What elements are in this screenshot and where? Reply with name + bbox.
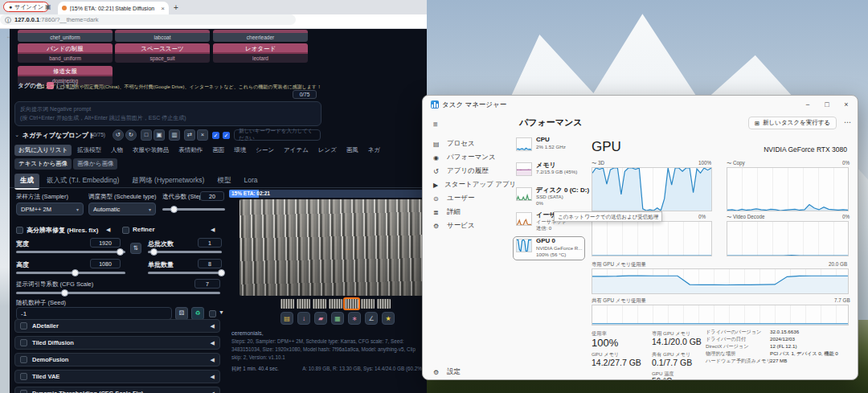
mode-tab[interactable]: テキストから画像 xyxy=(14,158,72,170)
accordion-checkbox[interactable] xyxy=(20,390,27,393)
address-bar[interactable]: i 127.0.0.1:7860/?__theme=dark xyxy=(0,14,296,25)
category-tab[interactable]: ネガ xyxy=(364,145,384,156)
accordion-section[interactable]: Tiled VAE ◀ xyxy=(14,370,220,383)
gallery-thumbnail[interactable] xyxy=(361,299,375,309)
close-icon[interactable]: × xyxy=(837,96,856,113)
accordion-checkbox[interactable] xyxy=(20,356,27,363)
auto-translate-checkbox[interactable]: ✓ xyxy=(212,132,219,139)
steps-slider[interactable] xyxy=(162,206,225,213)
category-tab[interactable]: 画面 xyxy=(208,145,228,156)
category-tab[interactable]: 拡張模型 xyxy=(73,145,105,156)
maximize-icon[interactable]: □ xyxy=(817,96,837,113)
accordion-checkbox[interactable] xyxy=(20,339,27,346)
refiner-expand-icon[interactable]: ◀ xyxy=(211,227,215,233)
negative-prompt-textarea[interactable]: 反向提示词 Negative prompt (按 Ctrl+Enter 开始生成… xyxy=(14,101,321,126)
gallery-thumbnail[interactable] xyxy=(329,299,342,309)
new-tab-button[interactable]: + xyxy=(174,3,178,12)
gallery-thumbnail[interactable] xyxy=(377,299,391,309)
tag-button[interactable]: cheerleader xyxy=(213,30,308,42)
copy-icon[interactable]: □ xyxy=(141,129,152,141)
category-tab[interactable]: シーン xyxy=(252,145,278,156)
refresh-icon[interactable]: ⇄ xyxy=(184,129,195,141)
gallery-thumbnail[interactable] xyxy=(297,299,310,309)
tag-button[interactable]: バンドの制服band_uniform xyxy=(18,43,113,63)
schedule-dropdown[interactable]: Automatic▾ xyxy=(88,203,156,215)
dice-icon[interactable]: ⚄ xyxy=(175,307,188,320)
extensions-icon[interactable]: ▣ xyxy=(45,3,51,10)
gallery-thumbnail[interactable] xyxy=(280,299,294,309)
accordion-checkbox[interactable] xyxy=(20,373,27,380)
refiner-checkbox[interactable] xyxy=(122,227,129,234)
tag-button[interactable]: chef_uniform xyxy=(18,30,113,42)
undo-icon[interactable]: ↺ xyxy=(113,129,124,141)
sidebar-item[interactable]: ◉ パフォーマンス xyxy=(428,151,506,164)
width-value[interactable]: 1920 xyxy=(90,238,121,248)
category-tab[interactable]: レンズ xyxy=(314,145,341,156)
delete-icon[interactable]: × xyxy=(197,129,208,141)
cfg-slider[interactable] xyxy=(16,289,220,297)
gallery-thumbnail[interactable] xyxy=(345,299,358,309)
sidebar-item[interactable]: ⊙ ユーザー xyxy=(428,192,506,205)
image-icon[interactable]: ▦ xyxy=(331,312,344,325)
seed-input[interactable]: -1 xyxy=(16,307,172,320)
sidebar-item-settings[interactable]: ⚙ 設定 xyxy=(428,366,506,379)
ruler-icon[interactable]: ∠ xyxy=(365,312,378,325)
accordion-section[interactable]: ADetailer ◀ xyxy=(14,319,220,333)
sidebar-item[interactable]: ≣ 詳細 xyxy=(428,206,506,219)
hires-expand-icon[interactable]: ◀ xyxy=(106,227,110,233)
sparkle-icon[interactable]: ★ xyxy=(382,312,395,325)
save-icon[interactable]: ↓ xyxy=(297,312,310,325)
run-new-task-button[interactable]: ⊞ 新しいタスクを実行する xyxy=(748,117,837,129)
site-info-icon[interactable]: i xyxy=(5,17,11,23)
category-tab[interactable]: 環境 xyxy=(230,145,250,156)
keyword-input[interactable]: 新しいキーワードを入力してください xyxy=(234,129,321,141)
performance-list-item[interactable]: メモリ 7.2/15.9 GB (45%) xyxy=(514,161,584,183)
performance-list-item[interactable]: GPU 0 NVIDIA GeForce R... 100% (56 °C) xyxy=(514,237,584,260)
redo-icon[interactable]: ↻ xyxy=(125,129,137,141)
collapse-chevron-icon[interactable]: ⌄ xyxy=(14,131,19,138)
auto-apply-checkbox[interactable]: ✓ xyxy=(223,132,230,139)
batch-count-value[interactable]: 1 xyxy=(198,238,222,248)
accordion-section[interactable]: Tiled Diffusion ◀ xyxy=(14,336,220,350)
translate-icon[interactable]: ▥ xyxy=(169,129,180,141)
performance-list-item[interactable]: CPU 2% 1.52 GHz xyxy=(514,136,584,158)
width-slider[interactable] xyxy=(16,248,125,256)
preview-image[interactable] xyxy=(240,199,423,296)
category-tab[interactable]: 表情動作 xyxy=(174,145,207,156)
category-tab[interactable]: 人物 xyxy=(107,145,127,156)
performance-list-item[interactable]: ディスク 0 (C: D:) SSD (SATA) 0% xyxy=(514,186,584,208)
batch-count-slider[interactable] xyxy=(148,248,222,256)
signin-button[interactable]: ● サインイン xyxy=(3,2,49,12)
batch-size-slider[interactable] xyxy=(148,269,222,276)
brush-icon[interactable]: ▰ xyxy=(314,312,327,325)
swap-dimensions-icon[interactable]: ⇅ xyxy=(130,243,141,254)
tag-button[interactable]: スペーススーツspace_suit xyxy=(115,43,210,63)
browser-tab[interactable]: [15% ETA: 02:21] Stable Diffusion × xyxy=(58,2,169,14)
extra-seed-checkbox[interactable] xyxy=(209,310,216,317)
tag-button[interactable]: labcoat xyxy=(115,30,210,42)
batch-size-value[interactable]: 8 xyxy=(198,259,222,268)
minimize-icon[interactable]: − xyxy=(798,96,817,113)
mode-tab[interactable]: 画像から画像 xyxy=(73,158,117,170)
more-options-icon[interactable]: ⋯ xyxy=(844,118,851,126)
accordion-checkbox[interactable] xyxy=(20,322,27,330)
category-tab[interactable]: 画風 xyxy=(342,145,362,156)
sidebar-item[interactable]: ▤ プロセス xyxy=(428,137,506,150)
sampler-dropdown[interactable]: DPM++ 2M▾ xyxy=(16,203,84,215)
tab-close-icon[interactable]: × xyxy=(161,5,165,12)
seed-extra-expand-icon[interactable]: ▼ xyxy=(219,309,224,315)
category-tab[interactable]: 衣服や装飾品 xyxy=(129,145,173,156)
flower-icon[interactable]: ∗ xyxy=(348,312,361,325)
recycle-seed-icon[interactable]: ♻ xyxy=(191,307,204,320)
height-slider[interactable] xyxy=(16,269,125,276)
sidebar-item[interactable]: ⚙ サービス xyxy=(428,219,506,232)
height-value[interactable]: 1080 xyxy=(90,259,121,268)
hamburger-menu-icon[interactable]: ≡ xyxy=(433,120,438,129)
cfg-value[interactable]: 7 xyxy=(194,279,220,289)
category-tab[interactable]: お気に入りリスト xyxy=(14,145,72,156)
accordion-section[interactable]: DemoFusion ◀ xyxy=(14,353,220,366)
tag-button[interactable]: レオタードleotard xyxy=(213,43,308,63)
paste-icon[interactable]: ▣ xyxy=(154,129,165,141)
hires-checkbox[interactable] xyxy=(16,227,23,234)
steps-value[interactable]: 20 xyxy=(200,191,224,201)
